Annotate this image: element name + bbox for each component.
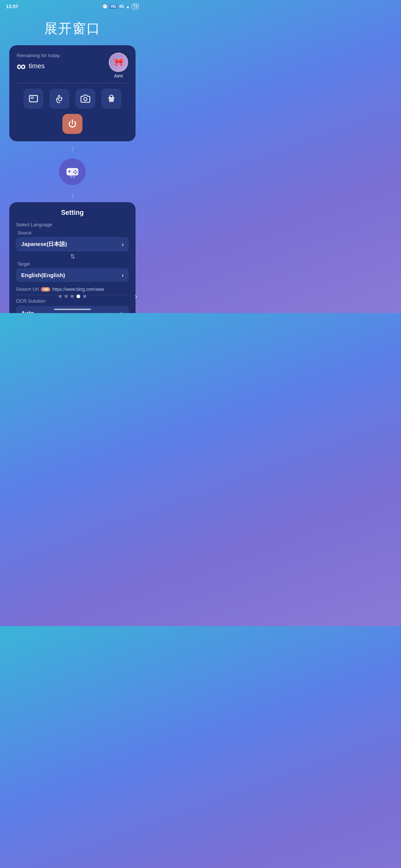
svg-rect-1 — [30, 97, 34, 99]
ocr-content: Auto Automatic selection based on phone … — [21, 310, 113, 313]
home-indicator — [54, 309, 91, 310]
dot-5[interactable] — [83, 295, 86, 298]
status-time: 13:57 — [6, 4, 18, 9]
action-buttons — [17, 89, 128, 109]
svg-point-10 — [76, 171, 78, 173]
target-language-selector[interactable]: English(English) › — [16, 268, 129, 282]
screenshot-icon — [29, 94, 38, 103]
network-icon: 4G — [119, 4, 124, 9]
ocr-solution-label: OCR Solution — [16, 298, 129, 304]
android-icon — [107, 94, 116, 103]
swap-icon: ⇅ — [16, 253, 129, 260]
svg-rect-6 — [69, 170, 70, 173]
camera-button[interactable] — [75, 89, 95, 109]
battery-box: 73 — [132, 4, 139, 9]
main-content: Remaining for today ∞ times 🎀 Aimi — [0, 45, 145, 313]
avatar-emoji: 🎀 — [114, 57, 124, 67]
remaining-label: Remaining for today — [17, 53, 60, 58]
center-gamepad-icon[interactable]: 文A — [59, 158, 86, 185]
ocr-dropdown-arrow-icon: ▼ — [119, 311, 124, 313]
ocr-section: OCR Solution Auto Automatic selection ba… — [16, 298, 129, 313]
avatar-name: Aimi — [114, 73, 123, 79]
next-arrow-button[interactable]: › — [135, 292, 137, 301]
dot-2[interactable] — [65, 295, 68, 298]
infinity-symbol: ∞ — [17, 60, 26, 72]
remaining-section: Remaining for today ∞ times — [17, 53, 60, 72]
target-label: Target — [17, 262, 129, 267]
camera-icon — [81, 94, 90, 103]
power-button-container — [17, 114, 128, 134]
clock-icon: 🕐 — [102, 4, 108, 9]
svg-point-9 — [75, 173, 76, 174]
card-header: Remaining for today ∞ times 🎀 Aimi — [17, 53, 128, 79]
target-chevron-icon: › — [122, 272, 124, 278]
status-bar: 13:57 🕐 HD 4G ▲ 73 — [0, 0, 145, 11]
settings-title: Setting — [16, 209, 129, 217]
status-right: 🕐 HD 4G ▲ 73 — [102, 4, 139, 9]
select-language-label: Select Language — [16, 222, 129, 227]
touch-icon — [55, 94, 64, 103]
android-button[interactable] — [101, 89, 121, 109]
svg-point-7 — [75, 170, 76, 171]
top-card: Remaining for today ∞ times 🎀 Aimi — [9, 45, 136, 141]
screenshot-button[interactable] — [23, 89, 43, 109]
avatar-section: 🎀 Aimi — [109, 53, 128, 79]
touch-button[interactable] — [49, 89, 69, 109]
search-url-row: Search Url VIP https://www.bing.com/sear — [16, 286, 129, 295]
search-url-value[interactable]: https://www.bing.com/sear — [52, 287, 104, 292]
signal-icon: ▲ — [126, 4, 130, 9]
svg-point-2 — [84, 98, 87, 101]
arrow-down: ↓ — [71, 190, 75, 199]
ocr-value: Auto — [21, 310, 113, 313]
arrow-up: ↑ — [71, 144, 75, 154]
times-label: times — [29, 62, 45, 70]
dot-1[interactable] — [59, 295, 62, 298]
power-button[interactable] — [62, 114, 82, 134]
page-title: 展开窗口 — [0, 20, 145, 38]
infinity-row: ∞ times — [17, 60, 60, 72]
source-chevron-icon: › — [122, 241, 124, 247]
avatar[interactable]: 🎀 — [109, 53, 128, 72]
search-url-vip-badge: VIP — [41, 287, 50, 292]
svg-point-8 — [73, 171, 75, 173]
source-language-selector[interactable]: Japanese(日本語) › — [16, 237, 129, 251]
search-url-label: Search Url — [16, 286, 39, 292]
dot-3[interactable] — [71, 295, 74, 298]
svg-point-3 — [110, 96, 111, 97]
source-label: Source — [17, 230, 129, 236]
dot-4-active[interactable] — [76, 295, 80, 298]
power-icon — [68, 119, 77, 129]
card-divider — [17, 83, 128, 83]
target-language-value: English(English) — [21, 272, 65, 278]
svg-text:文A: 文A — [70, 175, 75, 178]
source-language-value: Japanese(日本語) — [21, 241, 67, 248]
pagination-dots — [0, 295, 145, 298]
svg-point-4 — [112, 96, 113, 97]
gamepad-translate-icon: 文A — [65, 164, 80, 179]
hd-label: HD — [110, 4, 117, 9]
